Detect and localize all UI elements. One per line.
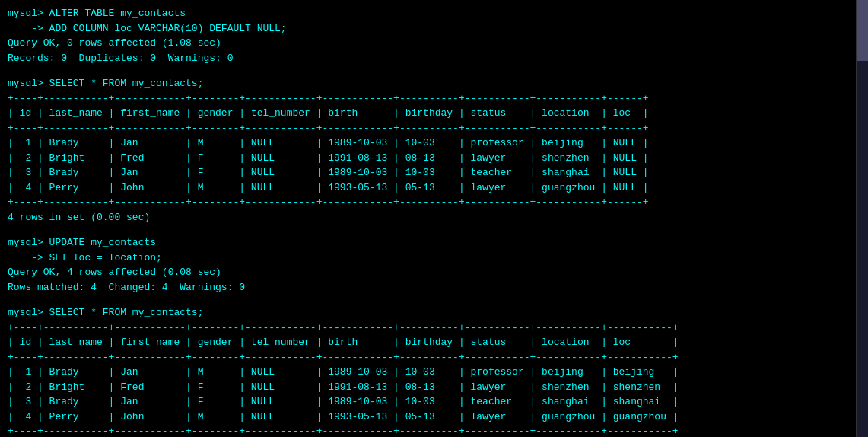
table-separator: +----+-----------+------------+--------+… <box>8 321 837 336</box>
table-row: | 3 | Brady | Jan | F | NULL | 1989-10-0… <box>8 394 837 410</box>
result-line: Query OK, 4 rows affected (0.08 sec) <box>8 265 837 280</box>
table-row: | 2 | Bright | Fred | F | NULL | 1991-08… <box>8 380 837 395</box>
table-separator: +----+-----------+------------+--------+… <box>8 195 837 210</box>
table-row: | 3 | Brady | Jan | F | NULL | 1989-10-0… <box>8 165 837 180</box>
table-separator: +----+-----------+------------+--------+… <box>8 91 837 107</box>
table-separator: +----+-----------+------------+--------+… <box>8 350 837 365</box>
command-line: mysql> SELECT * FROM my_contacts; <box>8 76 837 91</box>
command-line: -> ADD COLUMN loc VARCHAR(10) DEFAULT NU… <box>8 21 837 37</box>
result-line: 4 rows in set (0.00 sec) <box>8 210 837 225</box>
command-line: -> SET loc = location; <box>8 250 837 266</box>
table-row: | id | last_name | first_name | gender |… <box>8 335 837 350</box>
table-row: | 2 | Bright | Fred | F | NULL | 1991-08… <box>8 151 837 166</box>
table-separator: +----+-----------+------------+--------+… <box>8 121 837 136</box>
table-separator: +----+-----------+------------+--------+… <box>8 424 837 437</box>
result-line: Records: 0 Duplicates: 0 Warnings: 0 <box>8 51 837 66</box>
scrollbar[interactable] <box>856 0 868 437</box>
command-line: mysql> ALTER TABLE my_contacts <box>8 6 837 21</box>
command-line: mysql> SELECT * FROM my_contacts; <box>8 305 837 321</box>
table-row: | 4 | Perry | John | M | NULL | 1993-05-… <box>8 180 837 196</box>
table-row: | 1 | Brady | Jan | M | NULL | 1989-10-0… <box>8 365 837 380</box>
result-line: Rows matched: 4 Changed: 4 Warnings: 0 <box>8 280 837 295</box>
blank-line <box>8 295 837 305</box>
table-row: | 1 | Brady | Jan | M | NULL | 1989-10-0… <box>8 136 837 151</box>
table-row: | id | last_name | first_name | gender |… <box>8 106 837 121</box>
table-row: | 4 | Perry | John | M | NULL | 1993-05-… <box>8 410 837 425</box>
result-line: Query OK, 0 rows affected (1.08 sec) <box>8 36 837 51</box>
blank-line <box>8 65 837 76</box>
blank-line <box>8 225 837 235</box>
scrollbar-thumb[interactable] <box>857 0 868 61</box>
command-line: mysql> UPDATE my_contacts <box>8 235 837 250</box>
terminal-output: mysql> ALTER TABLE my_contacts -> ADD CO… <box>0 0 844 437</box>
